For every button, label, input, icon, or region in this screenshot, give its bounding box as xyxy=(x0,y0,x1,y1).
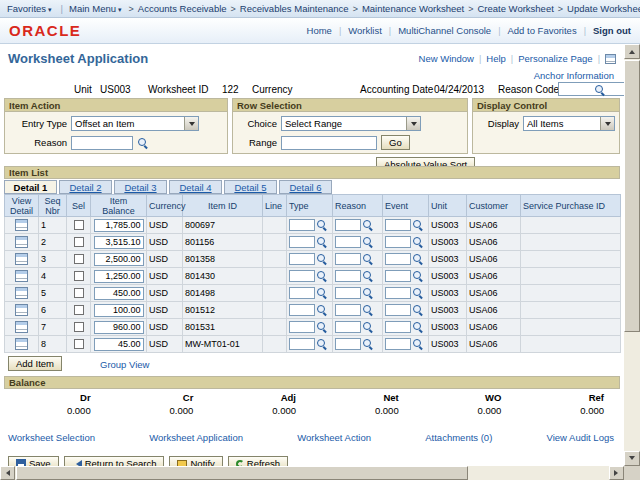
sel-checkbox[interactable] xyxy=(74,288,84,298)
copy-url-icon[interactable] xyxy=(605,54,616,64)
dropdown-arrow-icon[interactable] xyxy=(600,117,614,130)
type-input[interactable] xyxy=(289,253,315,265)
sign-out-link[interactable]: Sign out xyxy=(593,25,631,36)
reason-lookup-icon[interactable] xyxy=(362,287,374,299)
tab-detail-1[interactable]: Detail 1 xyxy=(4,180,57,194)
type-lookup-icon[interactable] xyxy=(316,304,328,316)
horizontal-scrollbar[interactable] xyxy=(0,466,624,480)
view-detail-icon[interactable] xyxy=(15,304,28,316)
type-input[interactable] xyxy=(289,304,315,316)
reason-code-lookup-icon[interactable] xyxy=(594,84,606,96)
view-audit-logs-link[interactable]: View Audit Logs xyxy=(547,432,614,443)
event-input[interactable] xyxy=(385,236,411,248)
event-lookup-icon[interactable] xyxy=(412,287,424,299)
item-balance-input[interactable] xyxy=(94,236,144,249)
multichannel-console-link[interactable]: MultiChannel Console xyxy=(398,25,491,36)
event-input[interactable] xyxy=(385,219,411,231)
reason-input[interactable] xyxy=(335,321,361,333)
breadcrumb-item-create-worksheet[interactable]: Create Worksheet xyxy=(477,3,553,14)
choice-dropdown[interactable]: Select Range xyxy=(281,116,421,131)
type-lookup-icon[interactable] xyxy=(316,338,328,350)
type-lookup-icon[interactable] xyxy=(316,321,328,333)
group-view-link[interactable]: Group View xyxy=(100,359,149,370)
breadcrumb-main-menu[interactable]: Main Menu▾ xyxy=(69,3,125,14)
item-balance-input[interactable] xyxy=(94,304,144,317)
event-lookup-icon[interactable] xyxy=(412,304,424,316)
type-lookup-icon[interactable] xyxy=(316,270,328,282)
event-lookup-icon[interactable] xyxy=(412,236,424,248)
reason-input[interactable] xyxy=(335,219,361,231)
dropdown-arrow-icon[interactable] xyxy=(184,117,198,130)
dropdown-arrow-icon[interactable] xyxy=(406,117,420,130)
reason-input[interactable] xyxy=(335,270,361,282)
event-input[interactable] xyxy=(385,338,411,350)
tab-detail-2[interactable]: Detail 2 xyxy=(59,180,112,194)
view-detail-icon[interactable] xyxy=(15,338,28,350)
event-lookup-icon[interactable] xyxy=(412,219,424,231)
tab-detail-6[interactable]: Detail 6 xyxy=(279,180,332,194)
help-link[interactable]: Help xyxy=(486,53,506,64)
range-input[interactable] xyxy=(281,136,377,150)
display-dropdown[interactable]: All Items xyxy=(523,116,615,131)
horizontal-scroll-thumb[interactable] xyxy=(16,466,468,480)
reason-lookup-icon[interactable] xyxy=(362,219,374,231)
add-to-favorites-link[interactable]: Add to Favorites xyxy=(507,25,576,36)
reason-input[interactable] xyxy=(335,287,361,299)
event-lookup-icon[interactable] xyxy=(412,270,424,282)
view-detail-icon[interactable] xyxy=(15,321,28,333)
breadcrumb-item-accounts-receivable[interactable]: Accounts Receivable xyxy=(138,3,227,14)
event-input[interactable] xyxy=(385,304,411,316)
vertical-scrollbar[interactable] xyxy=(624,44,640,466)
event-lookup-icon[interactable] xyxy=(412,253,424,265)
view-detail-icon[interactable] xyxy=(15,287,28,299)
attachments-link[interactable]: Attachments (0) xyxy=(425,432,492,443)
reason-lookup-icon[interactable] xyxy=(362,338,374,350)
event-lookup-icon[interactable] xyxy=(412,338,424,350)
type-input[interactable] xyxy=(289,338,315,350)
type-lookup-icon[interactable] xyxy=(316,253,328,265)
type-lookup-icon[interactable] xyxy=(316,219,328,231)
event-input[interactable] xyxy=(385,287,411,299)
tab-detail-5[interactable]: Detail 5 xyxy=(224,180,277,194)
sel-checkbox[interactable] xyxy=(74,254,84,264)
anchor-information-link[interactable]: Anchor Information xyxy=(534,70,614,81)
sel-checkbox[interactable] xyxy=(74,305,84,315)
tab-detail-4[interactable]: Detail 4 xyxy=(169,180,222,194)
sel-checkbox[interactable] xyxy=(74,237,84,247)
worksheet-action-link[interactable]: Worksheet Action xyxy=(297,432,371,443)
event-input[interactable] xyxy=(385,270,411,282)
scroll-down-button[interactable] xyxy=(624,451,640,466)
type-lookup-icon[interactable] xyxy=(316,236,328,248)
reason-lookup-icon[interactable] xyxy=(362,236,374,248)
reason-input[interactable] xyxy=(335,304,361,316)
personalize-page-link[interactable]: Personalize Page xyxy=(518,53,592,64)
reason-input[interactable] xyxy=(71,136,133,150)
item-balance-input[interactable] xyxy=(94,321,144,334)
event-lookup-icon[interactable] xyxy=(412,321,424,333)
worksheet-selection-link[interactable]: Worksheet Selection xyxy=(8,432,95,443)
worklist-link[interactable]: Worklist xyxy=(348,25,382,36)
reason-lookup-icon[interactable] xyxy=(362,253,374,265)
new-window-link[interactable]: New Window xyxy=(419,53,474,64)
reason-input[interactable] xyxy=(335,236,361,248)
view-detail-icon[interactable] xyxy=(15,236,28,248)
item-balance-input[interactable] xyxy=(94,253,144,266)
sel-checkbox[interactable] xyxy=(74,271,84,281)
breadcrumb-favorites[interactable]: Favorites▾ xyxy=(7,3,55,14)
item-balance-input[interactable] xyxy=(94,219,144,232)
view-detail-icon[interactable] xyxy=(15,253,28,265)
sel-checkbox[interactable] xyxy=(74,322,84,332)
scroll-up-button[interactable] xyxy=(624,44,640,59)
type-input[interactable] xyxy=(289,236,315,248)
view-detail-icon[interactable] xyxy=(15,270,28,282)
reason-lookup-icon[interactable] xyxy=(362,304,374,316)
home-link[interactable]: Home xyxy=(307,25,332,36)
tab-detail-3[interactable]: Detail 3 xyxy=(114,180,167,194)
reason-lookup-icon[interactable] xyxy=(362,270,374,282)
item-balance-input[interactable] xyxy=(94,270,144,283)
breadcrumb-item-receivables-maintenance[interactable]: Receivables Maintenance xyxy=(240,3,349,14)
event-input[interactable] xyxy=(385,253,411,265)
type-input[interactable] xyxy=(289,219,315,231)
breadcrumb-item-maintenance-worksheet[interactable]: Maintenance Worksheet xyxy=(362,3,464,14)
scroll-left-button[interactable] xyxy=(0,466,15,480)
